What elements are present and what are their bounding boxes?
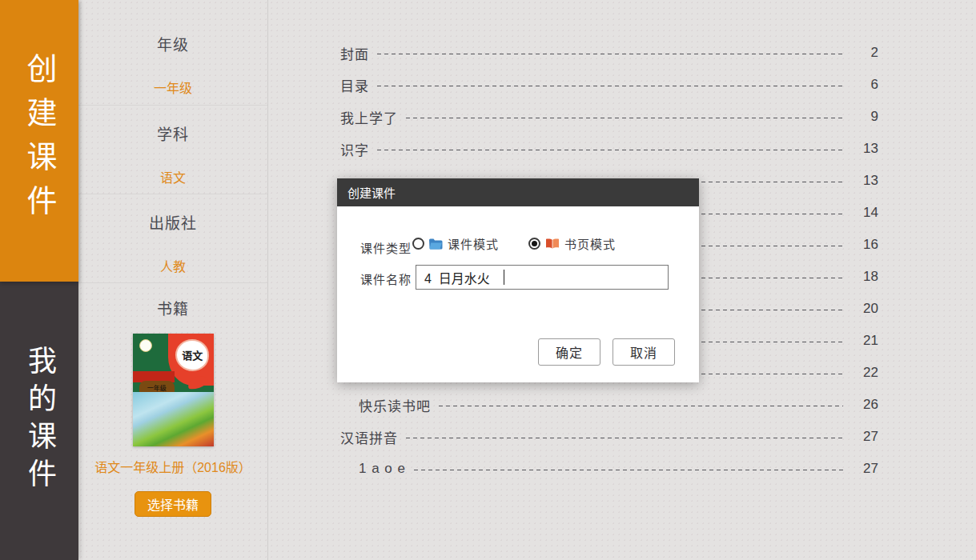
toc-item-label: 1 a o e — [359, 461, 406, 477]
app-root: 创建课件 我的课件 年级 一年级 学科 语文 出版社 人教 书籍 语文 — [0, 0, 976, 560]
nav-my-courseware[interactable]: 我的课件 — [0, 282, 78, 560]
toc-item-page: 27 — [851, 429, 878, 445]
toc-item-label: 目录 — [340, 75, 369, 95]
subject-title: 学科 — [78, 122, 267, 144]
option-bookpage-mode[interactable]: 书页模式 — [528, 235, 616, 252]
folder-icon — [429, 238, 443, 250]
toc-item-page: 13 — [851, 141, 878, 157]
toc-item-page: 27 — [851, 461, 878, 477]
books-section: 书籍 语文 一年级 上册 语文一年级上册（2016版） 选择书籍 — [78, 283, 267, 560]
create-courseware-modal: 创建课件 课件类型 课件模式 书页模式 课件 — [337, 178, 699, 382]
book-cover-thumbnail[interactable]: 语文 一年级 上册 — [133, 334, 214, 446]
toc-item-label: 识字 — [340, 139, 369, 159]
cover-badge — [139, 339, 152, 352]
toc-item-page: 16 — [851, 237, 878, 253]
toc-dot-leader — [414, 470, 843, 471]
toc-row[interactable]: 识字 13 — [268, 133, 976, 165]
toc-item-label: 快乐读书吧 — [359, 395, 431, 415]
text-cursor — [504, 270, 504, 285]
toc-row[interactable]: 目录 6 — [268, 69, 976, 101]
toc-dot-leader — [439, 406, 843, 407]
toc-item-page: 22 — [851, 365, 878, 381]
toc-dot-leader — [377, 54, 843, 55]
cover-grade: 一年级 — [147, 385, 167, 393]
publisher-title: 出版社 — [78, 211, 267, 233]
modal-header: 创建课件 — [337, 178, 699, 206]
option-courseware-mode-label: 课件模式 — [448, 235, 499, 252]
nav-create-courseware[interactable]: 创建课件 — [0, 0, 78, 282]
toc-item-page: 20 — [851, 301, 878, 317]
subject-section: 学科 语文 — [78, 106, 267, 194]
toc-dot-leader — [406, 118, 843, 119]
toc-item-page: 6 — [851, 77, 878, 93]
option-bookpage-mode-label: 书页模式 — [564, 235, 616, 252]
publisher-selected-value[interactable]: 人教 — [160, 256, 186, 275]
toc-row[interactable]: 快乐读书吧 26 — [268, 389, 976, 421]
select-book-button[interactable]: 选择书籍 — [135, 491, 211, 517]
cancel-button[interactable]: 取消 — [613, 338, 675, 366]
books-title: 书籍 — [78, 297, 267, 318]
toc-item-page: 13 — [851, 173, 878, 189]
toc-dot-leader — [377, 86, 843, 87]
toc-item-page: 21 — [851, 333, 878, 349]
option-courseware-mode[interactable]: 课件模式 — [412, 235, 499, 252]
toc-item-page: 14 — [851, 205, 878, 221]
grade-selected-value[interactable]: 一年级 — [154, 78, 192, 97]
subject-selected-value[interactable]: 语文 — [160, 167, 186, 186]
courseware-name-label: 课件名称 — [360, 270, 412, 287]
toc-row[interactable]: 汉语拼音 27 — [268, 421, 976, 453]
radio-courseware-mode[interactable] — [412, 238, 424, 250]
courseware-name-input[interactable] — [416, 265, 669, 290]
courseware-type-label: 课件类型 — [360, 239, 412, 256]
radio-bookpage-mode[interactable] — [528, 238, 540, 250]
toc-row[interactable]: 1 a o e 27 — [268, 453, 976, 485]
open-book-icon — [545, 238, 560, 250]
grade-title: 年级 — [78, 33, 267, 54]
cover-illustration — [133, 392, 214, 446]
primary-sidebar: 创建课件 我的课件 — [0, 0, 78, 560]
toc-row[interactable]: 封面 2 — [268, 37, 976, 69]
grade-section: 年级 一年级 — [78, 0, 267, 106]
filter-sidebar: 年级 一年级 学科 语文 出版社 人教 书籍 语文 一年级 上册 — [78, 0, 268, 560]
toc-item-page: 26 — [851, 397, 878, 413]
toc-item-page: 9 — [851, 109, 878, 125]
toc-dot-leader — [377, 150, 843, 151]
nav-create-label: 创建课件 — [24, 53, 54, 229]
nav-my-label: 我的课件 — [25, 346, 54, 496]
toc-item-label: 我上学了 — [340, 107, 398, 127]
publisher-section: 出版社 人教 — [78, 194, 267, 283]
modal-title: 创建课件 — [347, 184, 396, 201]
book-caption: 语文一年级上册（2016版） — [93, 456, 253, 479]
modal-body: 课件类型 课件模式 书页模式 课件名称 — [337, 206, 699, 382]
toc-dot-leader — [406, 438, 843, 439]
cover-title: 语文 — [182, 347, 203, 362]
ok-button[interactable]: 确定 — [538, 338, 600, 366]
cover-title-blob: 语文 — [175, 339, 209, 370]
toc-item-page: 18 — [851, 269, 878, 285]
toc-row[interactable]: 我上学了 9 — [268, 101, 976, 133]
toc-item-label: 汉语拼音 — [340, 427, 398, 447]
toc-item-page: 2 — [851, 45, 878, 61]
toc-item-label: 封面 — [340, 43, 369, 63]
